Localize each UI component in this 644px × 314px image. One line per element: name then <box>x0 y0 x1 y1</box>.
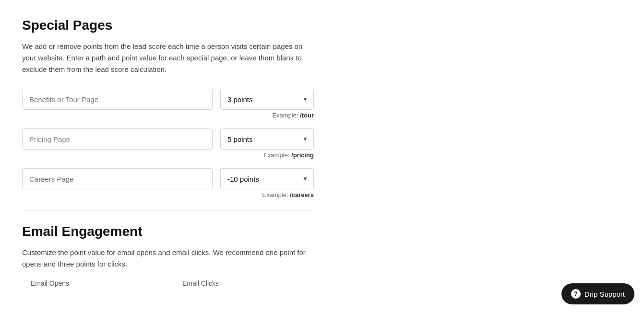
field-row-3: 1 point 2 points 3 points 4 points 5 poi… <box>22 168 314 189</box>
special-pages-title: Special Pages <box>22 18 314 33</box>
drip-support-button[interactable]: ? Drip Support <box>561 283 634 304</box>
special-pages-section: Special Pages We add or remove points fr… <box>22 18 314 198</box>
benefits-tour-page-input[interactable] <box>22 89 213 110</box>
email-engagement-description: Customize the point value for email open… <box>22 247 314 270</box>
email-fields-row: — Email Opens — Email Clicks <box>22 279 314 310</box>
field-group-2: 1 point 2 points 3 points 4 points 5 poi… <box>22 128 314 159</box>
benefits-tour-example: Example: /tour <box>22 112 314 119</box>
pricing-page-input[interactable] <box>22 128 213 150</box>
field-row-1: 1 point 2 points 3 points 4 points 5 poi… <box>22 89 314 110</box>
email-clicks-input[interactable] <box>174 289 314 310</box>
email-engagement-title: Email Engagement <box>22 224 314 239</box>
careers-example: Example: /careers <box>22 191 314 198</box>
email-engagement-section: Email Engagement Customize the point val… <box>22 224 314 310</box>
email-clicks-label: — Email Clicks <box>174 279 314 287</box>
benefits-tour-points-select[interactable]: 1 point 2 points 3 points 4 points 5 poi… <box>220 89 314 110</box>
field-row-2: 1 point 2 points 3 points 4 points 5 poi… <box>22 128 314 150</box>
section-divider <box>22 210 314 210</box>
pricing-example: Example: /pricing <box>22 151 314 159</box>
page-container: Special Pages We add or remove points fr… <box>0 0 336 310</box>
benefits-tour-points-wrapper: 1 point 2 points 3 points 4 points 5 poi… <box>220 89 314 110</box>
email-opens-group: — Email Opens <box>22 279 162 310</box>
email-clicks-group: — Email Clicks <box>174 279 314 310</box>
pricing-points-select[interactable]: 1 point 2 points 3 points 4 points 5 poi… <box>220 128 314 150</box>
careers-points-select[interactable]: 1 point 2 points 3 points 4 points 5 poi… <box>220 168 314 189</box>
careers-page-input[interactable] <box>22 168 213 189</box>
pricing-points-wrapper: 1 point 2 points 3 points 4 points 5 poi… <box>220 128 314 150</box>
special-pages-description: We add or remove points from the lead sc… <box>22 41 314 75</box>
top-divider <box>22 4 314 4</box>
drip-support-label: Drip Support <box>584 290 625 298</box>
email-opens-input[interactable] <box>22 289 162 310</box>
field-group-1: 1 point 2 points 3 points 4 points 5 poi… <box>22 89 314 119</box>
careers-points-wrapper: 1 point 2 points 3 points 4 points 5 poi… <box>220 168 314 189</box>
field-group-3: 1 point 2 points 3 points 4 points 5 poi… <box>22 168 314 198</box>
email-opens-label: — Email Opens <box>22 279 162 287</box>
drip-support-icon: ? <box>571 289 581 299</box>
